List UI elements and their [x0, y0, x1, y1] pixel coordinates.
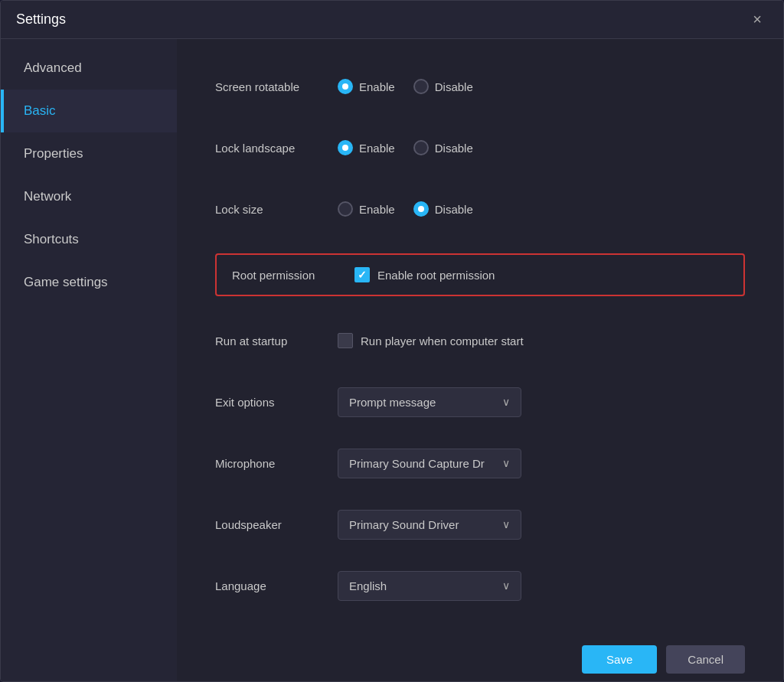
microphone-chevron-icon: ∨	[502, 457, 510, 469]
dialog-title: Settings	[16, 11, 66, 28]
lock-size-disable-label: Disable	[435, 203, 473, 216]
settings-rows: Screen rotatable Enable Disable	[215, 70, 745, 630]
exit-options-dropdown[interactable]: Prompt message ∨	[338, 387, 521, 417]
root-permission-checkbox-wrapper[interactable]: ✓ Enable root permission	[354, 267, 495, 282]
sidebar-item-advanced[interactable]: Advanced	[1, 47, 177, 90]
microphone-value: Primary Sound Capture Dr	[349, 457, 485, 470]
startup-checkbox-row: Run player when computer start	[338, 333, 524, 348]
checkmark-icon: ✓	[358, 269, 367, 281]
microphone-controls: Primary Sound Capture Dr ∨	[338, 449, 745, 478]
exit-options-value: Prompt message	[349, 396, 436, 409]
screen-rotatable-disable-option[interactable]: Disable	[413, 79, 473, 94]
loudspeaker-label: Loudspeaker	[215, 518, 338, 531]
lock-size-disable-option[interactable]: Disable	[413, 201, 473, 217]
microphone-row: Microphone Primary Sound Capture Dr ∨	[215, 446, 745, 480]
run-at-startup-checkbox[interactable]	[338, 333, 353, 348]
screen-rotatable-disable-label: Disable	[435, 80, 473, 93]
lock-size-enable-option[interactable]: Enable	[338, 201, 395, 217]
run-at-startup-controls: Run player when computer start	[338, 333, 745, 348]
language-chevron-icon: ∨	[502, 579, 510, 592]
main-panel: Screen rotatable Enable Disable	[177, 39, 783, 681]
lock-landscape-disable-radio[interactable]	[413, 140, 429, 155]
sidebar-item-shortcuts[interactable]: Shortcuts	[1, 218, 177, 261]
exit-options-chevron-icon: ∨	[502, 396, 510, 408]
settings-dialog: Settings × Advanced Basic Properties Net…	[0, 0, 784, 682]
lock-landscape-enable-radio[interactable]	[338, 140, 353, 155]
microphone-dropdown[interactable]: Primary Sound Capture Dr ∨	[338, 449, 521, 478]
screen-rotatable-controls: Enable Disable	[338, 79, 745, 94]
screen-rotatable-enable-label: Enable	[359, 80, 395, 93]
lock-landscape-controls: Enable Disable	[338, 140, 745, 155]
sidebar-item-properties[interactable]: Properties	[1, 132, 177, 175]
footer-buttons: Save Cancel	[215, 630, 745, 674]
loudspeaker-chevron-icon: ∨	[502, 518, 510, 530]
language-label: Language	[215, 579, 338, 592]
run-at-startup-checkbox-wrapper[interactable]: Run player when computer start	[338, 333, 524, 348]
run-at-startup-row: Run at startup Run player when computer …	[215, 324, 745, 357]
title-bar: Settings ×	[1, 1, 783, 39]
loudspeaker-value: Primary Sound Driver	[349, 518, 459, 531]
root-permission-label: Root permission	[232, 269, 354, 282]
root-permission-row: Root permission ✓ Enable root permission	[215, 253, 745, 296]
screen-rotatable-label: Screen rotatable	[215, 80, 338, 93]
lock-size-disable-radio[interactable]	[413, 201, 429, 217]
screen-rotatable-row: Screen rotatable Enable Disable	[215, 70, 745, 103]
run-at-startup-checkbox-label: Run player when computer start	[361, 334, 524, 348]
root-permission-controls: ✓ Enable root permission	[354, 267, 728, 282]
screen-rotatable-disable-radio[interactable]	[413, 79, 429, 94]
lock-landscape-disable-label: Disable	[435, 142, 473, 155]
lock-landscape-row: Lock landscape Enable Disable	[215, 131, 745, 165]
sidebar-item-game-settings[interactable]: Game settings	[1, 261, 177, 304]
lock-size-enable-radio[interactable]	[338, 201, 353, 217]
close-button[interactable]: ×	[746, 8, 768, 31]
lock-landscape-enable-option[interactable]: Enable	[338, 140, 395, 155]
sidebar-item-basic[interactable]: Basic	[1, 90, 177, 132]
loudspeaker-controls: Primary Sound Driver ∨	[338, 510, 745, 540]
root-permission-checkbox[interactable]: ✓	[354, 267, 370, 282]
language-row: Language English ∨	[215, 569, 745, 602]
lock-size-controls: Enable Disable	[338, 201, 745, 217]
exit-options-label: Exit options	[215, 396, 338, 409]
root-permission-checkbox-label: Enable root permission	[377, 269, 495, 282]
lock-landscape-enable-label: Enable	[359, 142, 395, 155]
lock-landscape-disable-option[interactable]: Disable	[413, 140, 473, 155]
loudspeaker-dropdown[interactable]: Primary Sound Driver ∨	[338, 510, 521, 540]
screen-rotatable-enable-option[interactable]: Enable	[338, 79, 395, 94]
run-at-startup-label: Run at startup	[215, 334, 338, 348]
save-button[interactable]: Save	[582, 645, 657, 674]
lock-landscape-label: Lock landscape	[215, 142, 338, 155]
loudspeaker-row: Loudspeaker Primary Sound Driver ∨	[215, 507, 745, 541]
exit-options-controls: Prompt message ∨	[338, 387, 745, 417]
sidebar: Advanced Basic Properties Network Shortc…	[1, 39, 177, 681]
lock-size-enable-label: Enable	[359, 203, 395, 216]
content-area: Advanced Basic Properties Network Shortc…	[1, 39, 783, 681]
language-controls: English ∨	[338, 571, 745, 601]
language-value: English	[349, 579, 387, 592]
sidebar-item-network[interactable]: Network	[1, 175, 177, 218]
language-dropdown[interactable]: English ∨	[338, 571, 521, 601]
cancel-button[interactable]: Cancel	[666, 645, 745, 674]
lock-size-label: Lock size	[215, 203, 338, 216]
exit-options-row: Exit options Prompt message ∨	[215, 385, 745, 419]
screen-rotatable-enable-radio[interactable]	[338, 79, 353, 94]
microphone-label: Microphone	[215, 457, 338, 470]
lock-size-row: Lock size Enable Disable	[215, 192, 745, 226]
